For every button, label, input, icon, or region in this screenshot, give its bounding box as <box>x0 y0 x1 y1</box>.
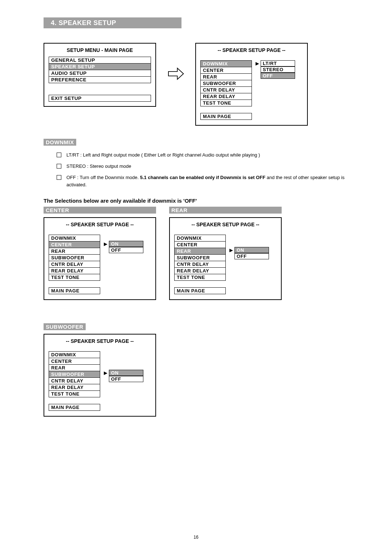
square-bullet-icon <box>57 164 61 169</box>
square-bullet-icon <box>57 153 61 157</box>
speaker-menu-item[interactable]: CNTR DELAY <box>49 261 100 268</box>
speaker-option[interactable]: STEREO <box>261 66 295 73</box>
setup-menu-item[interactable]: GENERAL SETUP <box>49 57 151 64</box>
page-number: 16 <box>0 535 392 540</box>
speaker-page-title: -- SPEAKER SETUP PAGE -- <box>49 222 151 227</box>
main-page-item[interactable]: MAIN PAGE <box>49 288 100 294</box>
speaker-menu-item[interactable]: DOWNMIX <box>201 61 252 67</box>
speaker-setup-downmix-panel: -- SPEAKER SETUP PAGE --DOWNMIXCENTERREA… <box>195 43 308 126</box>
speaker-option[interactable]: ON <box>234 247 269 253</box>
speaker-menu-item[interactable]: TEST TONE <box>49 274 100 281</box>
speaker-option[interactable]: OFF <box>109 247 143 253</box>
exit-setup-item[interactable]: EXIT SETUP <box>49 95 151 102</box>
speaker-menu-item[interactable]: CNTR DELAY <box>175 261 225 268</box>
speaker-option[interactable]: OFF <box>109 376 143 382</box>
setup-menu-item[interactable]: PREFERENCE <box>49 77 151 83</box>
speaker-menu-item[interactable]: TEST TONE <box>49 391 100 397</box>
speaker-menu-item[interactable]: REAR <box>175 248 225 255</box>
triangle-right-icon: ▶ <box>104 370 108 375</box>
speaker-option[interactable]: OFF <box>261 73 295 79</box>
section-title: 4. SPEAKER SETUP <box>51 19 116 27</box>
speaker-menu-item[interactable]: CENTER <box>49 242 100 248</box>
speaker-menu-item[interactable]: CENTER <box>49 358 100 365</box>
main-page-item[interactable]: MAIN PAGE <box>175 288 225 294</box>
speaker-menu-item[interactable]: REAR DELAY <box>49 268 100 274</box>
downmix-bullets: LT/RT : Left and Right output mode ( Eit… <box>57 151 348 189</box>
speaker-page-title: -- SPEAKER SETUP PAGE -- <box>200 47 303 53</box>
main-page-item[interactable]: MAIN PAGE <box>49 404 100 411</box>
speaker-menu-item[interactable]: SUBWOOFER <box>49 371 100 378</box>
speaker-setup-subwoofer-panel: -- SPEAKER SETUP PAGE --DOWNMIXCENTERREA… <box>44 334 156 417</box>
speaker-menu-item[interactable]: SUBWOOFER <box>49 255 100 261</box>
setup-menu-item[interactable]: SPEAKER SETUP <box>49 64 151 70</box>
bullet-text: OFF : Turn off the Downmix mode. 5.1 cha… <box>66 174 348 189</box>
subwoofer-heading: SUBWOOFER <box>44 323 86 330</box>
speaker-menu-item[interactable]: TEST TONE <box>201 100 252 106</box>
section-title-bar: 4. SPEAKER SETUP <box>44 17 181 28</box>
speaker-menu-item[interactable]: DOWNMIX <box>49 352 100 358</box>
speaker-menu-item[interactable]: CNTR DELAY <box>49 378 100 384</box>
main-page-item[interactable]: MAIN PAGE <box>201 113 252 120</box>
arrow-right-icon <box>165 43 187 81</box>
triangle-right-icon: ▶ <box>229 248 234 252</box>
speaker-page-title: -- SPEAKER SETUP PAGE -- <box>174 222 277 227</box>
bullet-text: LT/RT : Left and Right output mode ( Eit… <box>66 151 260 159</box>
speaker-page-title: -- SPEAKER SETUP PAGE -- <box>49 338 151 344</box>
setup-menu-title: SETUP MENU - MAIN PAGE <box>49 47 151 53</box>
speaker-menu-item[interactable]: SUBWOOFER <box>175 255 225 261</box>
speaker-menu-item[interactable]: DOWNMIX <box>49 235 100 242</box>
speaker-menu-item[interactable]: CENTER <box>201 67 252 74</box>
setup-menu-item[interactable]: AUDIO SETUP <box>49 70 151 77</box>
center-heading: CENTER <box>44 207 156 214</box>
speaker-menu-item[interactable]: CNTR DELAY <box>201 87 252 93</box>
availability-note: The Selections below are only available … <box>44 198 348 204</box>
speaker-option[interactable]: ON <box>109 241 143 247</box>
downmix-heading: DOWNMIX <box>44 139 76 146</box>
speaker-menu-item[interactable]: REAR DELAY <box>49 384 100 391</box>
speaker-menu-item[interactable]: REAR DELAY <box>201 93 252 100</box>
triangle-right-icon: ▶ <box>256 61 260 66</box>
speaker-menu-item[interactable]: REAR <box>201 74 252 80</box>
speaker-menu-item[interactable]: SUBWOOFER <box>201 80 252 87</box>
speaker-menu-item[interactable]: DOWNMIX <box>175 235 225 242</box>
speaker-menu-item[interactable]: CENTER <box>175 242 225 248</box>
speaker-option[interactable]: OFF <box>234 253 269 259</box>
rear-heading: REAR <box>169 207 282 214</box>
speaker-menu-item[interactable]: TEST TONE <box>175 274 225 281</box>
square-bullet-icon <box>57 175 61 180</box>
triangle-right-icon: ▶ <box>104 242 108 246</box>
speaker-menu-item[interactable]: REAR <box>49 365 100 371</box>
speaker-setup-center-panel: -- SPEAKER SETUP PAGE --DOWNMIXCENTERREA… <box>44 217 156 300</box>
speaker-option[interactable]: ON <box>109 370 143 376</box>
speaker-option[interactable]: LT/RT <box>261 60 295 66</box>
speaker-menu-item[interactable]: REAR DELAY <box>175 268 225 274</box>
speaker-menu-item[interactable]: REAR <box>49 248 100 255</box>
bullet-text: STEREO : Stereo output mode <box>66 163 131 170</box>
setup-menu-panel: SETUP MENU - MAIN PAGE GENERAL SETUPSPEA… <box>44 43 156 107</box>
speaker-setup-rear-panel: -- SPEAKER SETUP PAGE --DOWNMIXCENTERREA… <box>169 217 282 300</box>
